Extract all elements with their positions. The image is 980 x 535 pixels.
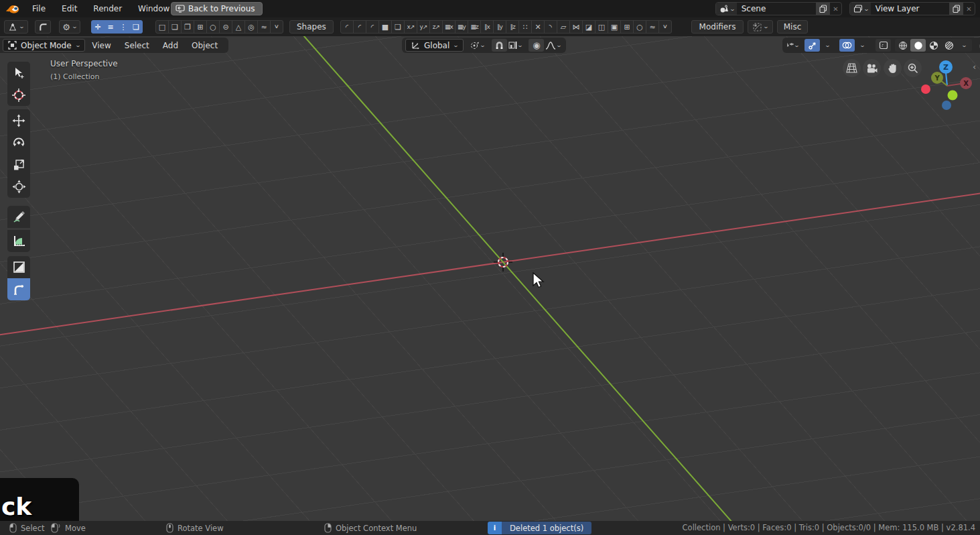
corner-arc-3-icon-button[interactable]: ◜ <box>366 20 379 34</box>
view-layer-name-field[interactable]: View Layer <box>871 3 949 15</box>
shading-material-button[interactable] <box>926 39 941 52</box>
plane-z-button[interactable]: ▦z <box>468 20 481 34</box>
tool-transform[interactable] <box>7 176 30 198</box>
modifiers-menu[interactable]: Modifiers <box>691 20 744 34</box>
bowtie-button[interactable]: ⋈ <box>569 20 583 34</box>
corner-arc-2-icon-button[interactable]: ◜ <box>353 20 366 34</box>
transform-orientation-dropdown[interactable]: Global ⌄ <box>405 39 464 52</box>
viewport-extra-dropdown[interactable]: ⌄ <box>977 39 980 52</box>
menu-view[interactable]: View <box>85 41 117 50</box>
lattice-button[interactable]: ▱ <box>557 20 570 34</box>
view-layer-browse-button[interactable]: ⌄ <box>850 3 871 15</box>
menu-edit[interactable]: Edit <box>54 0 85 17</box>
proportional-editing-toggle[interactable]: ◉ <box>529 39 544 52</box>
cube-toggle-button[interactable]: ❏ <box>129 20 143 34</box>
pan-view-button[interactable] <box>884 59 902 77</box>
misc-tool-dropdown[interactable]: ⌄ <box>748 20 773 34</box>
tool-measure[interactable] <box>7 230 30 252</box>
shape-cone-button[interactable]: △ <box>232 20 245 34</box>
pivot-point-dropdown[interactable]: ⌄ <box>468 39 486 52</box>
shape-cube-button[interactable]: ❏ <box>168 20 182 34</box>
tool-scale[interactable] <box>7 154 30 176</box>
gizmo-z-negative[interactable] <box>942 101 951 110</box>
shape-grid-button[interactable]: ⊞ <box>194 20 207 34</box>
dashed-cube-button[interactable]: ▣ <box>608 20 621 34</box>
axis-x-button[interactable]: x↗ <box>404 20 417 34</box>
menu-file[interactable]: File <box>24 0 54 17</box>
shapes-menu[interactable]: Shapes <box>289 20 334 34</box>
tool-3d-cursor[interactable] <box>7 84 30 106</box>
menu-render[interactable]: Render <box>85 0 130 17</box>
shape-waves-button[interactable]: ≈ <box>257 20 271 34</box>
scene-name-field[interactable]: Scene <box>737 3 816 15</box>
gizmo-toggle-button[interactable]: ✛ <box>91 20 104 34</box>
shape-cylinder-button[interactable]: ⊝ <box>219 20 232 34</box>
cube-wire-button[interactable]: ❏ <box>391 20 405 34</box>
shape-circle-button[interactable]: ○ <box>206 20 220 34</box>
overlays-dropdown[interactable]: ⌄ <box>855 39 870 52</box>
xray-toggle[interactable] <box>876 39 891 52</box>
proportional-falloff-dropdown[interactable]: ⌄ <box>544 39 563 52</box>
shading-rendered-button[interactable] <box>941 39 957 52</box>
tool-settings-menu[interactable]: ⚙ ⌄ <box>59 20 80 34</box>
sliders-toggle-button[interactable]: ≡ <box>104 20 117 34</box>
camera-view-button[interactable] <box>863 59 881 77</box>
shape-rounded-cube-button[interactable]: ❐ <box>181 20 194 34</box>
snap-settings-dropdown[interactable]: ⌄ <box>507 39 524 52</box>
options-toggle-button[interactable]: ⋮ <box>117 20 130 34</box>
notification[interactable]: i Deleted 1 object(s) <box>488 522 591 534</box>
gizmo-x-negative[interactable] <box>921 84 930 94</box>
menu-object[interactable]: Object <box>185 41 224 50</box>
shading-dropdown[interactable]: ⌄ <box>957 39 972 52</box>
back-to-previous-button[interactable]: Back to Previous <box>171 2 263 15</box>
shape-torus-button[interactable]: ◎ <box>244 20 258 34</box>
gizmo-dropdown[interactable]: ⌄ <box>820 39 835 52</box>
misc-menu[interactable]: Misc <box>777 20 808 34</box>
shape-plane-button[interactable]: □ <box>155 20 169 34</box>
mode-dropdown[interactable]: Object Mode ⌄ <box>3 39 85 52</box>
tool-select-tweak[interactable] <box>7 62 30 84</box>
menu-select[interactable]: Select <box>118 41 156 50</box>
tool-rotate[interactable] <box>7 131 30 154</box>
show-gizmo-toggle[interactable] <box>804 39 820 52</box>
tool-move[interactable] <box>7 109 30 131</box>
grid-hash-button[interactable]: ⊞ <box>620 20 634 34</box>
shading-solid-button[interactable] <box>910 39 926 52</box>
dots-button[interactable]: ∷ <box>518 20 532 34</box>
axis-orientation-gizmo[interactable]: Z Y X <box>918 59 977 113</box>
tool-corner-shape-active[interactable] <box>7 278 30 300</box>
circle-button[interactable]: ○ <box>633 20 646 34</box>
tool-annotate[interactable] <box>7 206 30 228</box>
viewport-3d[interactable]: Object Mode ⌄ View Select Add Object Glo… <box>0 36 980 521</box>
arc-button[interactable]: ◝ <box>544 20 557 34</box>
scene-browse-button[interactable]: ⌄ <box>716 3 737 15</box>
show-overlays-toggle[interactable] <box>839 39 855 52</box>
waves-button[interactable]: ≈ <box>646 20 659 34</box>
axis-y-button[interactable]: y↗ <box>417 20 430 34</box>
shading-wireframe-button[interactable] <box>895 39 910 52</box>
active-tool-display[interactable] <box>35 20 51 34</box>
object-types-visibility-dropdown[interactable]: ⌄ <box>785 39 800 52</box>
mirror-y-button[interactable]: ∥y <box>493 20 506 34</box>
scene-unlink-button[interactable]: ✕ <box>830 3 841 15</box>
sidebar-toggle[interactable]: ‹ <box>973 62 976 72</box>
split-square-button[interactable]: ◫ <box>595 20 608 34</box>
axis-z-button[interactable]: z↗ <box>429 20 443 34</box>
snap-toggle-button[interactable] <box>492 39 507 52</box>
menu-add[interactable]: Add <box>156 41 185 50</box>
view-layer-new-button[interactable] <box>949 3 963 15</box>
plane-x-button[interactable]: ▦x <box>442 20 456 34</box>
tool-add-primitive[interactable] <box>7 256 30 278</box>
strip-dropdown-button[interactable]: ∨ <box>658 20 672 34</box>
corner-arc-1-icon-button[interactable]: ◜ <box>340 20 354 34</box>
cube-solid-button[interactable]: ■ <box>378 20 392 34</box>
mirror-z-button[interactable]: ∥z <box>506 20 519 34</box>
orthographic-toggle-button[interactable] <box>843 59 861 77</box>
cross-curves-button[interactable]: ✕ <box>531 20 545 34</box>
mirror-x-button[interactable]: ∥x <box>480 20 494 34</box>
editor-type-selector[interactable]: ⌄ <box>4 20 28 34</box>
gizmo-y-negative[interactable] <box>948 91 958 101</box>
view-layer-remove-button[interactable]: ✕ <box>963 3 975 15</box>
shapes-dropdown-button[interactable]: ∨ <box>270 20 283 34</box>
diagonal-square-button[interactable]: ◪ <box>582 20 596 34</box>
